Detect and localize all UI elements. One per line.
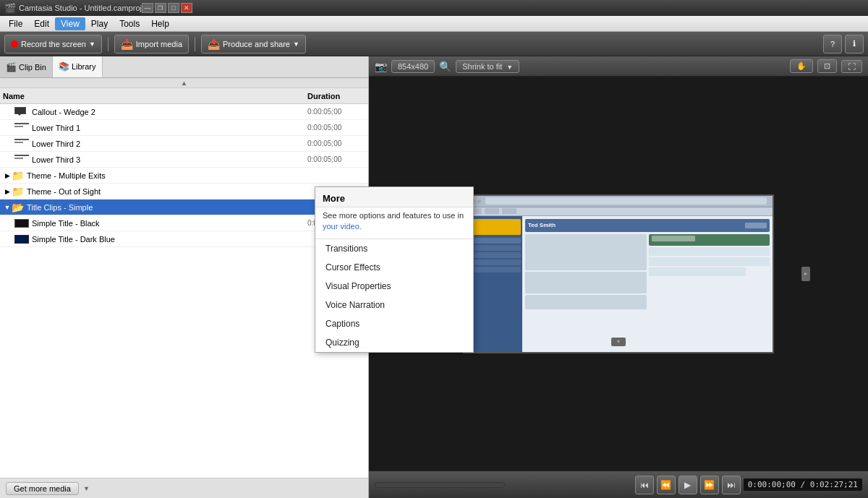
list-item[interactable]: Callout - Wedge 2 0:00:05;00: [0, 104, 368, 120]
right-resize-handle[interactable]: ▸: [801, 267, 810, 281]
preview-text-1: [652, 236, 695, 241]
more-menu-captions[interactable]: Captions: [315, 314, 473, 333]
toolbar-separator-1: [108, 37, 109, 51]
more-menu-quizzing[interactable]: Quizzing: [315, 333, 473, 352]
scroll-up-btn[interactable]: ▲: [0, 78, 368, 88]
callout-wedge-icon: [14, 107, 29, 117]
item-duration: 0:00:05;00: [307, 108, 365, 116]
dropdown-arrow-icon[interactable]: ▼: [83, 485, 90, 492]
item-duration: 0:00:05;00: [307, 124, 365, 132]
preview-nav-bar: [464, 207, 773, 216]
menu-help[interactable]: Help: [145, 17, 175, 30]
more-menu-visual-properties[interactable]: Visual Properties: [315, 277, 473, 296]
library-label: Library: [72, 62, 96, 71]
list-item[interactable]: Lower Third 1 0:00:05;00: [0, 120, 368, 136]
more-dropdown-title: More: [315, 187, 473, 207]
preview-text-row-1: [649, 247, 770, 256]
address-bar: [485, 197, 767, 205]
menu-bar: File Edit View Play Tools Help: [0, 16, 868, 32]
clip-bin-label: Clip Bin: [19, 63, 46, 72]
maximize-btn[interactable]: □: [168, 3, 179, 13]
title-bar: 🎬 Camtasia Studio - Untitled.camproj — ❐…: [0, 0, 868, 16]
record-screen-btn[interactable]: Record the screen ▼: [4, 35, 102, 53]
lower-third-icon: [14, 139, 29, 149]
list-item[interactable]: Lower Third 2 0:00:05;00: [0, 136, 368, 152]
expand-icon: ▶: [3, 171, 12, 180]
more-menu-cursor-effects[interactable]: Cursor Effects: [315, 258, 473, 277]
menu-file[interactable]: File: [3, 17, 28, 30]
tab-library[interactable]: 📚 Library: [53, 56, 103, 77]
preview-container: ▴: [463, 194, 774, 353]
volume-slider[interactable]: [375, 482, 505, 488]
resolution-btn[interactable]: 854x480: [391, 60, 435, 73]
preview-block-1: [525, 234, 647, 270]
nav-btn-2: [485, 208, 499, 214]
get-more-media-btn[interactable]: Get more media: [6, 482, 79, 495]
media-list-header: Name Duration: [0, 88, 368, 104]
preview-top-bar-text: Ted Smith: [528, 222, 556, 228]
playback-bar: ⏮ ⏪ ▶ ⏩ ⏭ 0:00:00;00 / 0:02:27;21: [369, 471, 868, 498]
hand-tool-btn[interactable]: ✋: [790, 59, 813, 73]
skip-back-btn[interactable]: ⏮: [635, 476, 654, 494]
sidebar-item-1: [466, 238, 521, 244]
bottom-resize-handle[interactable]: ▾: [611, 338, 626, 346]
preview-main-content: Ted Smith: [522, 216, 773, 352]
tab-clip-bin[interactable]: 🎬 Clip Bin: [0, 56, 53, 77]
preview-two-col: [525, 234, 770, 349]
preview-text-row-2: [649, 257, 770, 266]
fast-forward-btn[interactable]: ⏩: [700, 476, 719, 494]
folder-icon: 📁: [12, 170, 24, 181]
help-btn[interactable]: ?: [823, 35, 842, 53]
scroll-up-icon: ▲: [181, 80, 187, 87]
sidebar-item-4: [466, 259, 521, 265]
list-item[interactable]: Simple Title - Dark Blue: [0, 231, 368, 247]
left-panel: 🎬 Clip Bin 📚 Library ▲ Name Duration: [0, 56, 369, 498]
item-duration: 0:00:05;00: [307, 155, 365, 163]
list-item[interactable]: Simple Title - Black 0:00:05;00: [0, 215, 368, 231]
main-toolbar: Record the screen ▼ 📥 Import media 📤 Pro…: [0, 32, 868, 56]
shrink-to-fit-btn[interactable]: Shrink to fit ▼: [456, 60, 519, 73]
item-duration: 0:00:05;00: [307, 139, 365, 147]
preview-col-2: [649, 234, 770, 349]
item-name: Lower Third 1: [32, 124, 307, 132]
preview-col-1: [525, 234, 647, 349]
produce-share-btn[interactable]: 📤 Produce and share ▼: [201, 35, 306, 53]
more-menu-transitions[interactable]: Transitions: [315, 239, 473, 258]
info-btn[interactable]: ℹ: [845, 35, 864, 53]
fullscreen-btn[interactable]: ⛶: [841, 60, 862, 73]
record-dot-icon: [11, 40, 18, 48]
item-name: Lower Third 3: [32, 155, 307, 164]
menu-tools[interactable]: Tools: [114, 17, 145, 30]
import-media-label: Import media: [136, 40, 182, 48]
preview-block-3: [525, 295, 647, 309]
preview-block-2: [525, 272, 647, 293]
more-dropdown-description: See more options and features to use in …: [315, 207, 473, 239]
get-more-bar: Get more media ▼: [0, 478, 368, 498]
list-item[interactable]: ▼ 📂 Title Clips - Simple: [0, 199, 368, 215]
play-btn[interactable]: ▶: [678, 476, 697, 494]
menu-play[interactable]: Play: [85, 17, 114, 30]
list-item[interactable]: ▶ 📁 Theme - Out of Sight: [0, 184, 368, 199]
list-item[interactable]: ▶ 📁 Theme - Multiple Exits: [0, 168, 368, 184]
menu-edit[interactable]: Edit: [28, 17, 55, 30]
produce-dropdown-icon[interactable]: ▼: [293, 40, 299, 48]
record-screen-dropdown-icon[interactable]: ▼: [89, 40, 95, 48]
lower-third-icon: [14, 155, 29, 165]
restore-btn[interactable]: ❐: [155, 3, 166, 13]
menu-view[interactable]: View: [55, 17, 85, 30]
import-media-btn[interactable]: 📥 Import media: [114, 35, 189, 53]
preview-nav-1: [745, 223, 767, 228]
list-item[interactable]: Lower Third 3 0:00:05;00: [0, 152, 368, 168]
item-name: Lower Third 2: [32, 139, 307, 148]
preview-browser-chrome: [464, 196, 773, 207]
lower-third-icon: [14, 123, 29, 133]
fit-view-btn[interactable]: ⊡: [817, 59, 837, 73]
skip-forward-btn[interactable]: ⏭: [722, 476, 741, 494]
title-clip-icon: [14, 235, 29, 244]
more-menu-voice-narration[interactable]: Voice Narration: [315, 296, 473, 314]
close-btn[interactable]: ✕: [181, 3, 192, 13]
more-dropdown: More See more options and features to us…: [315, 186, 474, 353]
minimize-btn[interactable]: —: [142, 3, 153, 13]
shrink-dropdown-icon: ▼: [506, 64, 513, 71]
rewind-btn[interactable]: ⏪: [657, 476, 676, 494]
